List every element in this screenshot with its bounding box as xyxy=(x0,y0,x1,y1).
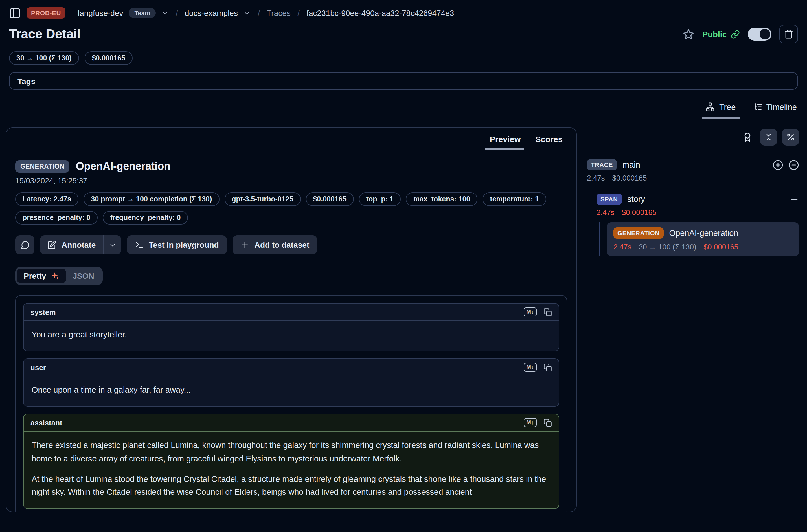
add-to-dataset-button[interactable]: Add to dataset xyxy=(232,235,317,254)
copy-button[interactable] xyxy=(543,419,552,427)
fold-vertical-icon xyxy=(764,133,773,141)
message-assistant: assistant M↓ There ex xyxy=(23,414,559,509)
span-type-badge: SPAN xyxy=(597,193,622,205)
format-json-button[interactable]: JSON xyxy=(66,268,101,283)
trace-detail-page: PROD-EU langfuse-dev Team / docs-example… xyxy=(0,0,807,532)
observation-header: GENERATION OpenAI-generation xyxy=(15,160,567,173)
breadcrumb-separator: / xyxy=(257,8,261,18)
cost-badge: $0.000165 xyxy=(305,192,354,206)
breadcrumb: PROD-EU langfuse-dev Team / docs-example… xyxy=(0,0,807,19)
message-role-label: assistant xyxy=(31,419,62,427)
message-tools: M↓ xyxy=(523,363,552,372)
message-paragraph: At the heart of Lumina stood the towerin… xyxy=(32,473,551,499)
copy-button[interactable] xyxy=(543,363,552,372)
trace-type-badge: TRACE xyxy=(587,159,617,170)
tree-expand-controls xyxy=(773,159,799,170)
copy-button[interactable] xyxy=(543,308,552,316)
chevron-down-icon xyxy=(109,241,116,248)
trace-tree-panel: TRACE main xyxy=(587,128,799,256)
tab-timeline[interactable]: Timeline xyxy=(753,102,797,112)
message-content: You are a great storyteller. xyxy=(24,321,559,351)
tree-node-span[interactable]: SPAN story xyxy=(597,193,799,205)
content-area: Preview Scores GENERATION OpenAI-generat… xyxy=(0,118,807,512)
expand-all-button[interactable] xyxy=(773,159,783,170)
terminal-icon xyxy=(135,240,144,249)
org-switcher-chevron-icon[interactable] xyxy=(162,9,169,17)
token-usage-badge: 30 → 100 (Σ 130) xyxy=(9,51,79,65)
collapse-node-button[interactable] xyxy=(789,194,799,204)
trace-node-name: main xyxy=(622,160,640,169)
message-tools: M↓ xyxy=(523,307,552,317)
tab-preview[interactable]: Preview xyxy=(490,135,521,144)
star-icon xyxy=(683,28,694,40)
markdown-toggle-button[interactable]: M↓ xyxy=(523,363,537,372)
test-in-playground-button[interactable]: Test in playground xyxy=(127,235,227,254)
breadcrumb-separator: / xyxy=(296,8,301,18)
minus-icon xyxy=(789,194,799,204)
timeline-icon xyxy=(753,102,762,112)
tab-tree-label: Tree xyxy=(719,102,736,111)
sidebar-toggle-button[interactable] xyxy=(9,7,21,19)
panel-tabs: Preview Scores xyxy=(6,128,576,150)
trace-summary-badges: 30 → 100 (Σ 130) $0.000165 xyxy=(0,43,807,65)
plus-icon xyxy=(240,240,249,249)
copy-icon xyxy=(543,363,552,372)
message-header: assistant M↓ xyxy=(24,414,559,432)
tree-node-trace[interactable]: TRACE main xyxy=(587,159,799,170)
link-icon xyxy=(731,30,740,39)
annotate-button[interactable]: Annotate xyxy=(40,235,103,254)
toggle-knob xyxy=(759,29,770,39)
tree-span-block: SPAN story 2.47s $ xyxy=(597,193,799,256)
tags-section[interactable]: Tags xyxy=(9,72,798,90)
environment-badge[interactable]: PROD-EU xyxy=(26,7,65,19)
generation-latency: 2.47s xyxy=(614,243,632,251)
breadcrumb-project[interactable]: docs-examples xyxy=(185,8,238,18)
delete-trace-button[interactable] xyxy=(780,25,798,43)
plus-circle-icon xyxy=(773,159,783,170)
span-node-name: story xyxy=(627,195,645,204)
tab-timeline-label: Timeline xyxy=(766,102,797,111)
test-in-playground-label: Test in playground xyxy=(149,240,219,249)
title-actions: Public xyxy=(683,25,798,43)
annotation-queue-button[interactable] xyxy=(742,132,753,142)
top-p-badge: top_p: 1 xyxy=(359,192,401,206)
collapse-all-nodes-button[interactable] xyxy=(788,159,799,170)
metrics-toggle-button[interactable] xyxy=(782,129,799,146)
tab-scores[interactable]: Scores xyxy=(535,135,563,144)
generation-tokens: 30 → 100 (Σ 130) xyxy=(639,243,696,251)
project-switcher-chevron-icon[interactable] xyxy=(244,9,251,17)
collapse-all-button[interactable] xyxy=(760,129,777,146)
copy-icon xyxy=(543,419,552,427)
tree-trace-block: TRACE main xyxy=(587,159,799,256)
trace-latency: 2.47s xyxy=(587,174,605,182)
favorite-star-button[interactable] xyxy=(683,28,694,40)
markdown-toggle-button[interactable]: M↓ xyxy=(523,418,537,428)
generation-node-metrics: 2.47s 30 → 100 (Σ 130) $0.000165 xyxy=(614,243,792,251)
span-node-metrics: 2.47s $0.000165 xyxy=(597,208,799,217)
trace-cost: $0.000165 xyxy=(612,174,647,182)
message-header: system M↓ xyxy=(24,304,559,321)
observation-title: OpenAI-generation xyxy=(76,160,170,173)
format-pretty-button[interactable]: Pretty xyxy=(17,268,66,283)
generation-node-name: OpenAI-generation xyxy=(669,228,738,238)
markdown-toggle-button[interactable]: M↓ xyxy=(523,307,537,317)
breadcrumb-organization[interactable]: langfuse-dev xyxy=(78,8,123,18)
trash-icon xyxy=(784,29,793,39)
message-header: user M↓ xyxy=(24,359,559,376)
award-icon xyxy=(742,132,753,142)
tree-children: GENERATION OpenAI-generation 2.47s 30 → … xyxy=(599,222,799,256)
temperature-badge: temperature: 1 xyxy=(483,192,546,206)
comment-button[interactable] xyxy=(15,235,34,254)
tags-label: Tags xyxy=(18,76,35,86)
tree-node-generation-selected[interactable]: GENERATION OpenAI-generation 2.47s 30 → … xyxy=(607,222,799,256)
format-toggle: Pretty JSON xyxy=(15,267,103,285)
model-badge[interactable]: gpt-3.5-turbo-0125 xyxy=(224,192,301,206)
span-latency: 2.47s xyxy=(597,208,615,217)
breadcrumb-traces-link[interactable]: Traces xyxy=(267,8,290,18)
tab-tree[interactable]: Tree xyxy=(706,102,736,112)
annotate-dropdown-button[interactable] xyxy=(104,235,121,254)
public-share-link[interactable]: Public xyxy=(702,30,740,39)
public-toggle[interactable] xyxy=(748,27,771,41)
message-system: system M↓ You are a great storytelle xyxy=(23,303,559,352)
preview-panel: Preview Scores GENERATION OpenAI-generat… xyxy=(6,128,577,512)
